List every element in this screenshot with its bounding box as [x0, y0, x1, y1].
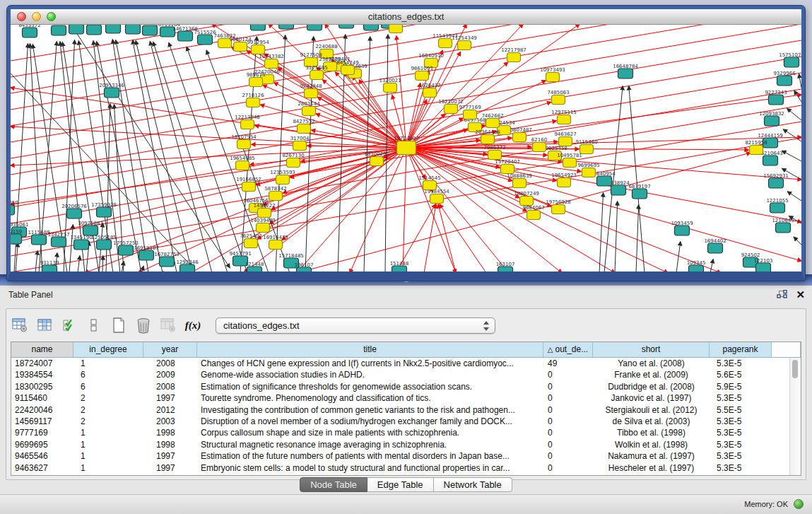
table-cell: 0 [543, 439, 593, 450]
graph-node[interactable]: 6435572 [18, 25, 40, 37]
graph-node[interactable]: 1115689 [28, 230, 49, 245]
table-row[interactable]: 1938455462009Genome-wide association stu… [11, 369, 801, 380]
graph-node[interactable]: 9242848 [300, 83, 322, 98]
graph-node[interactable]: 989675 [247, 72, 266, 87]
graph-node[interactable]: 121448 [245, 262, 264, 272]
network-graph[interactable]: 6435572206914062094376106532871944371152… [11, 25, 801, 271]
graph-node[interactable]: 1320021 [379, 78, 401, 93]
delete-table-icon[interactable] [159, 316, 177, 334]
table-cell: 1 [73, 450, 143, 462]
graph-node[interactable]: 15692931 [763, 173, 789, 189]
graph-node[interactable]: 11254349 [452, 35, 477, 50]
graph-node[interactable]: 1342757 [47, 232, 69, 247]
table-settings-icon[interactable] [11, 316, 29, 334]
new-document-icon[interactable] [110, 316, 128, 334]
graph-node[interactable]: 1592602 [275, 25, 297, 29]
close-window-icon[interactable] [17, 12, 26, 21]
graph-node[interactable]: 122103 [754, 258, 773, 272]
svg-text:10653287: 10653287 [81, 25, 107, 25]
graph-node[interactable]: 20691406 [46, 25, 71, 35]
delete-icon[interactable] [134, 316, 153, 334]
graph-node[interactable]: 2616050 [11, 200, 18, 216]
graph-node[interactable]: 62160 [531, 137, 547, 152]
graph-node[interactable]: 1345190 [70, 235, 92, 250]
graph-node[interactable]: 20953346 [99, 83, 124, 98]
graph-node[interactable]: 18807249 [514, 191, 539, 206]
column-header-name[interactable]: name [11, 342, 73, 357]
table-row[interactable]: 946554611997Estimation of the future num… [11, 450, 801, 462]
tab-node-table[interactable]: Node Table [300, 477, 367, 492]
graph-node[interactable]: 6879197 [628, 184, 650, 199]
graph-node[interactable]: 39159 [11, 229, 22, 245]
graph-node[interactable]: 196107 [295, 262, 314, 272]
graph-node[interactable]: 151448 [390, 261, 409, 272]
graph-node[interactable]: 12213346 [235, 115, 260, 129]
graph-node[interactable]: 7515526 [194, 30, 216, 45]
tab-network-table[interactable]: Network Table [434, 477, 512, 492]
graph-node[interactable]: 1071914 [335, 25, 358, 28]
graph-node[interactable]: 9329966 [773, 71, 796, 86]
table-row[interactable]: 2242004622012Investigating the contribut… [11, 404, 801, 416]
graph-node[interactable]: 1527602 [122, 25, 143, 34]
unselect-all-icon[interactable] [85, 316, 103, 334]
table-cell: 1997 [143, 462, 197, 474]
close-panel-icon[interactable]: ✕ [796, 288, 805, 301]
minimize-window-icon[interactable] [32, 12, 41, 21]
graph-node[interactable]: 1055287 [247, 25, 269, 30]
table-selector-dropdown[interactable]: citations_edges.txt [216, 317, 495, 334]
scrollbar-thumb[interactable] [792, 360, 798, 378]
graph-node[interactable]: 9912954 [247, 40, 269, 54]
graph-node[interactable]: 9861093 [411, 66, 433, 81]
graph-node[interactable]: 10973493 [540, 67, 565, 82]
graph-node[interactable]: 12975115 [551, 110, 577, 124]
graph-node[interactable]: 163107 [496, 262, 515, 272]
graph-node[interactable]: 18724007 [394, 136, 419, 155]
graph-node[interactable]: 19654985 [230, 156, 255, 170]
graph-node[interactable]: 16648784 [613, 64, 638, 79]
column-header-short[interactable]: short [593, 342, 710, 357]
table-row[interactable]: 977716911998Corpus callosum shape and si… [11, 427, 801, 438]
graph-node[interactable]: 1221055 [766, 198, 788, 214]
graph-node[interactable]: 9115460 [575, 139, 597, 154]
column-header-pagerank[interactable]: pagerank [710, 342, 772, 357]
table-row[interactable]: 1830029562008Estimation of significance … [11, 381, 801, 392]
table-row[interactable]: 1456911722003Disruption of a novel membe… [11, 416, 801, 427]
column-header-outde[interactable]: △out_de... [543, 342, 593, 357]
table-row[interactable]: 911546021997Tourette syndrome. Phenomeno… [11, 392, 801, 404]
vertical-scrollbar[interactable] [789, 358, 801, 475]
network-canvas[interactable]: 6435572206914062094376106532871944371152… [11, 25, 801, 271]
graph-node[interactable]: 12093832 [759, 111, 784, 127]
graph-node[interactable]: 12217987 [501, 47, 526, 62]
graph-node[interactable]: 9227343 [765, 90, 787, 105]
graph-node[interactable]: 10653287 [81, 25, 107, 35]
graph-node[interactable]: 317004 [290, 136, 310, 151]
graph-node[interactable]: 10543382 [259, 54, 284, 69]
table-row[interactable]: 1872400712008Changes of HCN gene express… [11, 358, 801, 369]
svg-text:1221055: 1221055 [766, 198, 788, 204]
graph-node[interactable]: 1210645 [772, 218, 794, 233]
column-header-year[interactable]: year [143, 342, 197, 357]
graph-node[interactable]: 12353593 [270, 170, 295, 185]
graph-node[interactable]: 1694402 [704, 238, 726, 254]
show-columns-icon[interactable] [35, 316, 54, 334]
graph-node[interactable]: 8466140 [303, 25, 325, 30]
tab-edge-table[interactable]: Edge Table [367, 477, 434, 492]
graph-node[interactable]: 1944371 [102, 25, 124, 33]
float-window-icon[interactable] [777, 290, 787, 300]
graph-node[interactable]: 1467138 [360, 25, 382, 30]
zoom-window-icon[interactable] [47, 12, 56, 21]
graph-node[interactable]: 20364456 [475, 129, 500, 144]
table-row[interactable]: 969969511998Structural magnetic resonanc… [11, 439, 801, 450]
select-all-icon[interactable] [60, 316, 78, 334]
graph-node[interactable]: 931139 [40, 260, 59, 272]
table-row[interactable]: 946362711997Embryonic stem cells: a mode… [11, 462, 801, 474]
graph-node[interactable]: 1093459 [671, 221, 693, 236]
function-builder-icon[interactable]: f(x) [184, 316, 202, 334]
graph-node[interactable]: 18107554 [231, 134, 257, 149]
graph-node[interactable]: 15720407 [495, 159, 520, 174]
graph-node[interactable]: 1292346 [176, 259, 199, 272]
column-header-indegree[interactable]: in_degree [73, 342, 143, 357]
graph-node[interactable]: 109345 [687, 260, 706, 272]
graph-node[interactable]: 2094376 [65, 25, 88, 34]
column-header-title[interactable]: title [197, 342, 543, 357]
